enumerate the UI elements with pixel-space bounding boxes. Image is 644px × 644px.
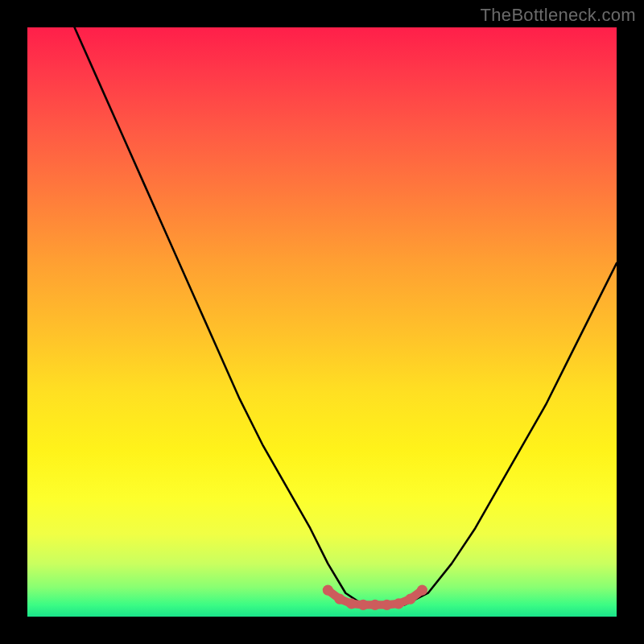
bottleneck-curve-path xyxy=(75,27,617,605)
optimal-band-dot xyxy=(323,584,333,595)
optimal-band-dot xyxy=(382,600,392,610)
optimal-band-dot xyxy=(358,600,369,610)
optimal-band-dots xyxy=(323,584,427,609)
curve-layer xyxy=(27,27,617,617)
optimal-band-dot xyxy=(417,584,427,595)
chart-frame: TheBottleneck.com xyxy=(0,0,644,644)
watermark-text: TheBottleneck.com xyxy=(481,5,636,26)
optimal-band-dot xyxy=(405,593,415,604)
plot-area xyxy=(27,27,617,617)
optimal-band-dot xyxy=(394,598,404,609)
optimal-band-dot xyxy=(346,598,357,609)
optimal-band-dot xyxy=(334,593,345,604)
optimal-band-dot xyxy=(369,600,380,610)
